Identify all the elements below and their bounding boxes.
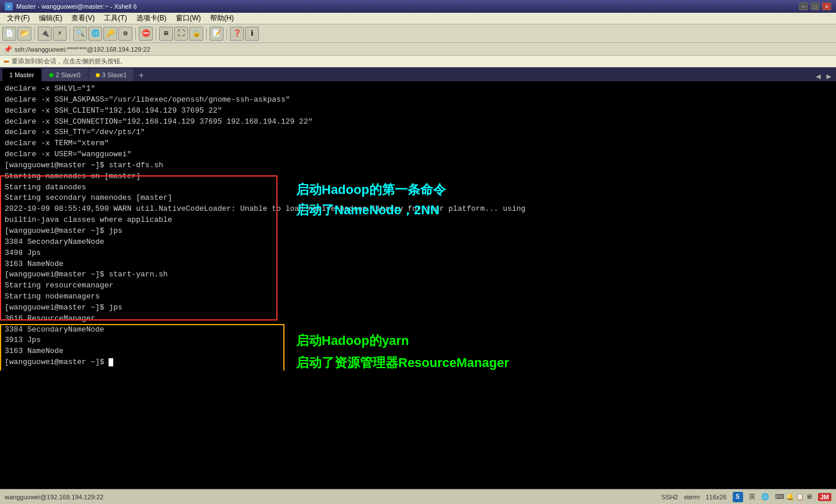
menu-file[interactable]: 文件(F) (2, 13, 34, 24)
terminal-line-18: Starting resourcemanager (5, 280, 831, 291)
toolbar-sep-5 (206, 28, 207, 39)
app-icon: X (5, 2, 13, 10)
status-lang: 英 (749, 492, 755, 501)
tab-master-label: 1 Master (9, 71, 34, 78)
toolbar-sep-1 (34, 28, 35, 39)
status-right: SSH2 xterm 116x26 S 英 🌐 ⌨ 🔔 📋 🖥 JM (661, 492, 831, 502)
tab-slave0[interactable]: 2 Slave0 (42, 69, 88, 81)
address-bar: 📌 ssh://wangguowei:********@192.168.194.… (0, 43, 836, 56)
menu-help[interactable]: 帮助(H) (206, 13, 239, 24)
annotation-red-line1: 启动Hadoop的第一条命令 (296, 180, 446, 199)
terminal-line-16: 3163 NameNode (5, 259, 831, 270)
toolbar-script[interactable]: 📝 (210, 27, 224, 41)
toolbar-key[interactable]: 🔑 (103, 27, 117, 41)
terminal-line-23: 3913 Jps (5, 335, 831, 346)
menu-edit[interactable]: 编辑(E) (34, 13, 67, 24)
toolbar-sep-4 (156, 28, 156, 39)
terminal-line-2: declare -x SSH_CLIENT="192.168.194.129 3… (5, 106, 831, 117)
title-bar: X Master - wangguowei@master:~ - Xshell … (0, 0, 836, 13)
tab-bar: 1 Master 2 Slave0 3 Slave1 + ◀ ▶ (0, 67, 836, 81)
tab-add-button[interactable]: + (135, 71, 147, 81)
menu-tabs[interactable]: 选项卡(B) (132, 13, 171, 24)
toolbar-help[interactable]: ❓ (230, 27, 244, 41)
tab-slave1[interactable]: 3 Slave1 (89, 69, 134, 81)
status-network-icon: 🌐 (761, 493, 769, 501)
terminal-line-1: declare -x SSH_ASKPASS="/usr/libexec/ope… (5, 95, 831, 106)
status-ssh: SSH2 (661, 494, 678, 501)
tab-master[interactable]: 1 Master (2, 69, 41, 81)
toolbar-globe[interactable]: 🌐 (88, 27, 102, 41)
terminal[interactable]: declare -x SHLVL="1" declare -x SSH_ASKP… (0, 81, 836, 370)
terminal-line-21: 3616 ResourceManager (5, 314, 831, 325)
tab-slave0-dot (49, 73, 53, 77)
info-bar: ⬅ 要添加到前会话，点击左侧的箭头按钮。 (0, 56, 836, 67)
terminal-line-15: 3498 Jps (5, 248, 831, 259)
minimize-button[interactable]: ─ (799, 2, 808, 10)
terminal-line-13: [wangguowei@master ~]$ jps (5, 226, 831, 237)
address-text: ssh://wangguowei:********@192.168.194.12… (15, 46, 150, 53)
status-s-icon: S (733, 492, 743, 502)
status-tray-icons: ⌨ 🔔 📋 🖥 (775, 493, 812, 501)
toolbar-sep-3 (135, 28, 136, 39)
window-title: Master - wangguowei@master:~ - Xshell 6 (16, 3, 137, 10)
toolbar-info[interactable]: ℹ (245, 27, 259, 41)
terminal-line-14: 3384 SecondaryNameNode (5, 237, 831, 248)
window-controls[interactable]: ─ □ ✕ (799, 2, 831, 10)
toolbar-sep-6 (226, 28, 227, 39)
status-connection: wangguowei@192.168.194.129:22 (5, 494, 103, 501)
annotation-orange-line2: 启动了资源管理器ResourceManager (296, 353, 509, 370)
tab-prev-button[interactable]: ◀ (813, 71, 823, 81)
status-user-badge: JM (818, 493, 831, 501)
toolbar-new[interactable]: 📄 (2, 27, 16, 41)
close-button[interactable]: ✕ (822, 2, 831, 10)
toolbar-connect[interactable]: 🔌 (38, 27, 52, 41)
terminal-line-5: declare -x TERM="xterm" (5, 138, 831, 149)
toolbar-fullscreen[interactable]: ⛶ (174, 27, 188, 41)
info-message: 要添加到前会话，点击左侧的箭头按钮。 (12, 57, 127, 66)
toolbar-disconnect[interactable]: ⚡ (53, 27, 67, 41)
maximize-button[interactable]: □ (810, 2, 820, 10)
status-size: 116x26 (705, 494, 726, 501)
toolbar-layout[interactable]: ⊞ (159, 27, 173, 41)
terminal-line-6: declare -x USER="wangguowei" (5, 149, 831, 160)
terminal-line-20: [wangguowei@master ~]$ jps (5, 303, 831, 314)
info-icon: ⬅ (3, 57, 9, 66)
tab-slave1-dot (96, 73, 100, 77)
terminal-wrapper: declare -x SHLVL="1" declare -x SSH_ASKP… (0, 81, 836, 489)
terminal-line-19: Starting nodemanagers (5, 291, 831, 303)
terminal-line-22: 3384 SecondaryNameNode (5, 325, 831, 336)
terminal-line-7: [wangguowei@master ~]$ start-dfs.sh (5, 160, 831, 171)
status-bar: wangguowei@192.168.194.129:22 SSH2 xterm… (0, 489, 836, 504)
terminal-line-17: [wangguowei@master ~]$ start-yarn.sh (5, 269, 831, 280)
menu-tools[interactable]: 工具(T) (99, 13, 131, 24)
tab-next-button[interactable]: ▶ (824, 71, 834, 81)
tab-slave0-label: 2 Slave0 (56, 71, 81, 78)
toolbar-settings[interactable]: ⚙ (118, 27, 132, 41)
address-icon: 📌 (3, 45, 12, 53)
tab-slave1-label: 3 Slave1 (102, 71, 127, 78)
toolbar: 📄 📂 🔌 ⚡ 🔍 🌐 🔑 ⚙ ⛔ ⊞ ⛶ 🔒 📝 ❓ ℹ (0, 24, 836, 43)
terminal-line-4: declare -x SSH_TTY="/dev/pts/1" (5, 127, 831, 138)
terminal-line-3: declare -x SSH_CONNECTION="192.168.194.1… (5, 117, 831, 128)
status-xterm: xterm (684, 494, 700, 501)
terminal-cursor (109, 358, 113, 366)
toolbar-open[interactable]: 📂 (17, 27, 31, 41)
annotation-orange-line1: 启动Hadoop的yarn (296, 331, 409, 350)
toolbar-stop[interactable]: ⛔ (139, 27, 153, 41)
terminal-line-0: declare -x SHLVL="1" (5, 84, 831, 95)
menu-bar: 文件(F) 编辑(E) 查看(V) 工具(T) 选项卡(B) 窗口(W) 帮助(… (0, 13, 836, 24)
tab-navigation: ◀ ▶ (813, 71, 834, 81)
toolbar-lock[interactable]: 🔒 (189, 27, 203, 41)
menu-window[interactable]: 窗口(W) (171, 13, 206, 24)
toolbar-search[interactable]: 🔍 (73, 27, 87, 41)
annotation-red-line2: 启动了NameNode，2NN (296, 200, 439, 219)
toolbar-sep-2 (70, 28, 70, 39)
menu-view[interactable]: 查看(V) (67, 13, 99, 24)
